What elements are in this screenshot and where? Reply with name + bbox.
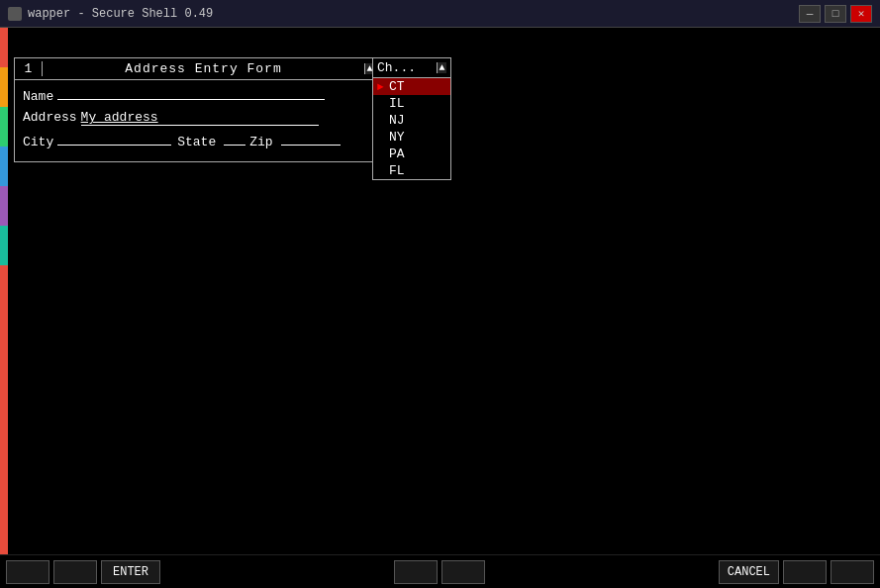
dropdown-item-label: IL (389, 96, 405, 111)
form-body: Name Address My address City State Zip (15, 80, 374, 161)
toolbar-btn2[interactable] (53, 560, 97, 584)
window-title: wapper - Secure Shell 0.49 (28, 7, 213, 21)
name-row: Name (23, 86, 366, 104)
dropdown-item-fl[interactable]: FL (373, 162, 450, 179)
name-label: Name (23, 89, 53, 104)
form-title-row: 1 Address Entry Form ▲ (15, 58, 374, 80)
address-form-panel: 1 Address Entry Form ▲ Name Address My a… (14, 57, 375, 162)
toolbar-group-right: CANCEL (719, 560, 874, 584)
side-bar-blue (0, 147, 8, 186)
side-bar-orange (0, 67, 8, 107)
bottom-toolbar: ENTER CANCEL (0, 554, 880, 588)
city-label: City (23, 135, 53, 149)
toolbar-btn4[interactable] (394, 560, 438, 584)
enter-button[interactable]: ENTER (101, 560, 160, 584)
address-row: Address My address (23, 110, 366, 126)
toolbar-btn1[interactable] (6, 560, 49, 584)
title-bar: wapper - Secure Shell 0.49 — □ ✕ (0, 0, 880, 28)
dropdown-item-ny[interactable]: NY (373, 129, 450, 146)
toolbar-group-middle (394, 560, 485, 584)
side-bar-green (0, 107, 8, 147)
toolbar-btn8[interactable] (831, 560, 874, 584)
dropdown-item-label: FL (389, 163, 405, 178)
address-input[interactable]: My address (81, 110, 319, 126)
form-number: 1 (15, 61, 43, 76)
dropdown-item-il[interactable]: IL (373, 95, 450, 112)
dropdown-header: Ch... ▲ (373, 58, 450, 78)
zip-input[interactable] (281, 132, 341, 146)
dropdown-list: ► CT IL NJ NY PA (373, 78, 450, 179)
dropdown-item-label: PA (389, 147, 405, 161)
zip-label: Zip (249, 135, 272, 149)
side-bar (0, 28, 8, 588)
dropdown-item-label: CT (389, 79, 405, 94)
dropdown-item-label: NY (389, 130, 405, 145)
close-button[interactable]: ✕ (850, 5, 872, 23)
toolbar-btn7[interactable] (783, 560, 827, 584)
cancel-button[interactable]: CANCEL (719, 560, 779, 584)
state-label: State (177, 135, 216, 149)
minimize-button[interactable]: — (799, 5, 821, 23)
dropdown-header-label: Ch... (377, 60, 416, 75)
side-bar-red (0, 28, 8, 67)
state-input[interactable] (224, 132, 245, 146)
title-bar-left: wapper - Secure Shell 0.49 (8, 7, 213, 21)
dropdown-item-label: NJ (389, 113, 405, 128)
dropdown-scroll: ▲ (437, 62, 446, 73)
toolbar-group-left: ENTER (6, 560, 160, 584)
dropdown-item-nj[interactable]: NJ (373, 112, 450, 129)
address-label: Address (23, 110, 77, 125)
selected-marker: ► (377, 81, 389, 93)
terminal-area: 1 Address Entry Form ▲ Name Address My a… (0, 28, 880, 588)
maximize-button[interactable]: □ (825, 5, 846, 23)
city-input[interactable] (57, 132, 171, 146)
dropdown-item-pa[interactable]: PA (373, 146, 450, 162)
name-input[interactable] (57, 86, 325, 100)
side-bar-bottom (0, 265, 8, 588)
title-bar-controls: — □ ✕ (799, 5, 872, 23)
app-icon (8, 7, 22, 21)
dropdown-item-ct[interactable]: ► CT (373, 78, 450, 95)
city-state-zip-row: City State Zip (23, 132, 366, 149)
toolbar-btn5[interactable] (441, 560, 485, 584)
state-dropdown[interactable]: Ch... ▲ ► CT IL NJ NY (372, 57, 451, 180)
side-bar-teal (0, 226, 8, 265)
side-bar-purple (0, 186, 8, 226)
form-title: Address Entry Form (43, 61, 364, 76)
